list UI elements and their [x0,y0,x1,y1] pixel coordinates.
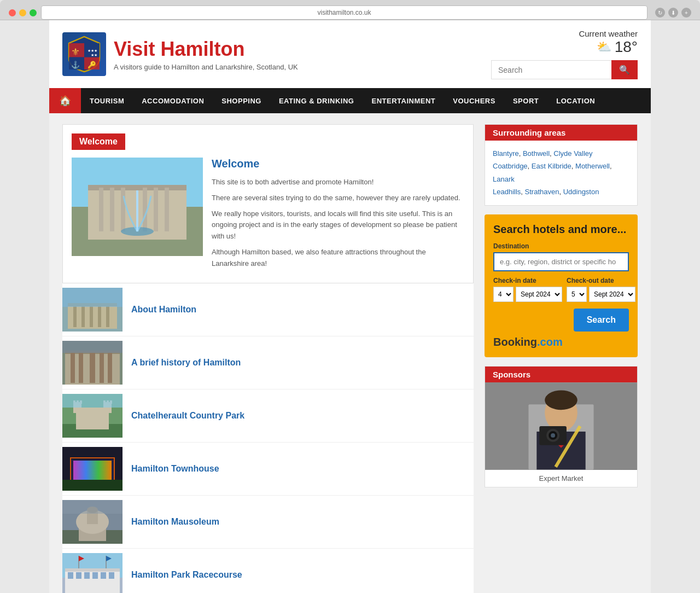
svg-text:★★: ★★ [91,53,97,57]
attraction-thumbnail [62,500,122,544]
new-tab-icon[interactable]: + [681,8,691,18]
attraction-link-chatelherault[interactable]: Chatelherault Country Park [131,411,244,421]
attraction-link-mausoleum[interactable]: Hamilton Mausoleum [131,517,219,527]
download-icon[interactable]: ⬇ [668,8,678,18]
surrounding-title-bar: Surrounding areas [485,125,637,141]
surrounding-areas-section: Surrounding areas Blantyre, Bothwell, Cl… [485,124,638,206]
attraction-thumbnail [62,341,122,385]
booking-brand-suffix: .com [537,336,563,348]
minimize-button[interactable] [19,9,26,16]
traffic-lights [9,9,37,16]
surrounding-link-blantyre[interactable]: Blantyre [493,149,519,158]
sponsors-title-bar: Sponsors [485,367,637,382]
refresh-icon[interactable]: ↻ [655,8,665,18]
weather-display: ⛅ 18° [491,38,638,56]
nav-item-entertainment[interactable]: ENTERTAINMENT [363,89,444,113]
svg-rect-67 [68,572,73,579]
welcome-section: Welcome [62,124,474,283]
booking-brand-name: Booking [493,336,537,348]
date-row: Check-in date 4 Sept 2024 Check-out date [493,277,629,302]
checkin-selects: 4 Sept 2024 [493,287,562,302]
nav-item-shopping[interactable]: SHOPPING [213,89,270,113]
svg-rect-15 [121,188,125,231]
search-input[interactable] [491,60,611,79]
nav-item-eating[interactable]: EATING & DRINKING [270,89,363,113]
svg-rect-14 [110,188,114,231]
svg-rect-25 [90,305,93,327]
booking-heading: Search hotels and more... [493,223,629,236]
surrounding-link-coatbridge[interactable]: Coatbridge [493,162,528,170]
sponsors-section: Sponsors [485,366,638,487]
weather-icon: ⛅ [597,40,611,54]
surrounding-link-uddingston[interactable]: Uddingston [563,188,599,196]
nav-item-sport[interactable]: SPORT [504,89,547,113]
welcome-para-1: This site is to both advertise and promo… [212,177,464,188]
svg-rect-71 [101,572,106,579]
svg-rect-35 [100,353,104,383]
welcome-title-bar: Welcome [72,133,125,150]
close-button[interactable] [9,9,16,16]
svg-rect-69 [84,572,90,579]
svg-rect-36 [108,353,112,383]
attraction-link-townhouse[interactable]: Hamilton Townhouse [131,464,219,474]
nav-item-accomodation[interactable]: ACCOMODATION [133,89,213,113]
destination-label: Destination [493,242,629,250]
surrounding-link-motherwell[interactable]: Motherwell [575,162,610,170]
surrounding-link-east-kilbride[interactable]: East Kilbride [532,162,571,170]
svg-rect-13 [99,188,103,231]
maximize-button[interactable] [30,9,37,16]
attraction-link-racecourse[interactable]: Hamilton Park Racecourse [131,570,242,580]
address-bar[interactable]: visithamilton.co.uk [41,5,648,20]
surrounding-content: Blantyre, Bothwell, Clyde Valley Coatbri… [485,141,637,205]
welcome-para-2: There are several sites trying to do the… [212,193,464,204]
surrounding-link-leadhills[interactable]: Leadhills [493,188,521,196]
attraction-link-history[interactable]: A brief history of Hamilton [131,358,241,368]
svg-rect-66 [65,568,120,572]
surrounding-link-bothwell[interactable]: Bothwell [523,149,550,158]
list-item: Hamilton Mausoleum [62,496,474,549]
weather-label: Current weather [491,29,638,38]
site-wrapper: ★★★ ★★ ⚜ ⚓ 🔑 Visit Hamilton A visitors g… [49,20,651,593]
surrounding-link-lanark[interactable]: Lanark [493,175,515,183]
checkin-month-select[interactable]: Sept 2024 [516,287,562,302]
browser-buttons: ↻ ⬇ + [655,8,691,18]
page-body: Welcome [49,113,651,593]
surrounding-link-strathaven[interactable]: Strathaven [525,188,559,196]
svg-rect-62 [62,500,122,514]
checkout-selects: 5 Sept 2024 [567,287,635,302]
surrounding-link-clyde-valley[interactable]: Clyde Valley [553,149,592,158]
checkout-day-select[interactable]: 5 [567,287,587,302]
svg-rect-49 [62,394,122,408]
attraction-thumbnail [62,288,122,332]
welcome-text: Welcome This site is to both advertise a… [212,158,464,274]
list-item: A brief history of Hamilton [62,336,474,389]
checkout-group: Check-out date 5 Sept 2024 [567,277,635,302]
welcome-body: Welcome This site is to both advertise a… [72,158,464,274]
nav-item-tourism[interactable]: TOURISM [81,89,133,113]
svg-rect-72 [109,572,114,579]
search-bar: 🔍 [491,60,638,79]
booking-search-button[interactable]: Search [574,309,629,332]
booking-brand: Booking.com [493,332,629,348]
welcome-para-3: We really hope visitors, tourists, and l… [212,208,464,242]
sponsor-image [485,382,637,470]
svg-rect-28 [62,288,122,307]
site-title: Visit Hamilton [114,38,298,61]
checkin-group: Check-in date 4 Sept 2024 [493,277,562,302]
list-item: About Hamilton [62,283,474,336]
svg-rect-18 [165,188,169,231]
nav-item-vouchers[interactable]: VOUCHERS [444,89,504,113]
svg-rect-55 [62,480,122,491]
attraction-link-about[interactable]: About Hamilton [131,305,196,315]
svg-rect-17 [154,188,158,231]
svg-text:⚜: ⚜ [71,46,80,57]
checkout-month-select[interactable]: Sept 2024 [589,287,635,302]
sponsor-photo [485,382,637,470]
svg-rect-68 [76,572,81,579]
search-button[interactable]: 🔍 [611,60,638,79]
checkin-day-select[interactable]: 4 [493,287,514,302]
nav-item-location[interactable]: LOCATION [547,89,604,113]
svg-point-86 [551,433,555,437]
nav-home-button[interactable]: 🏠 [49,88,81,113]
destination-input[interactable] [493,252,629,271]
